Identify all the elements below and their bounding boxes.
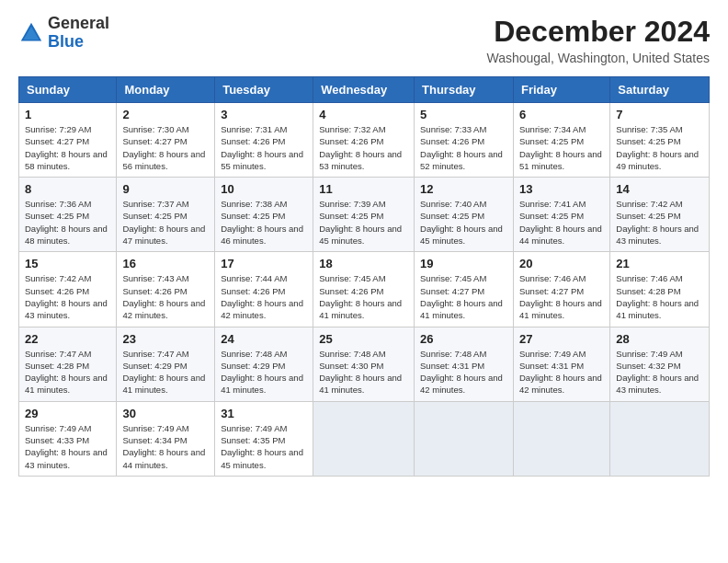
day-26: 26Sunrise: 7:48 AMSunset: 4:31 PMDayligh…	[415, 327, 514, 401]
calendar-week-2: 8Sunrise: 7:36 AMSunset: 4:25 PMDaylight…	[19, 178, 710, 252]
day-21: 21Sunrise: 7:46 AMSunset: 4:28 PMDayligh…	[610, 252, 710, 327]
day-20: 20Sunrise: 7:46 AMSunset: 4:27 PMDayligh…	[513, 252, 609, 327]
day-15: 15Sunrise: 7:42 AMSunset: 4:26 PMDayligh…	[19, 252, 117, 327]
col-monday: Monday	[117, 77, 215, 103]
logo-general: General	[48, 14, 109, 32]
calendar-header-row: Sunday Monday Tuesday Wednesday Thursday…	[19, 77, 710, 103]
empty-cell	[513, 401, 609, 476]
day-7: 7Sunrise: 7:35 AMSunset: 4:25 PMDaylight…	[610, 103, 710, 178]
col-thursday: Thursday	[415, 77, 514, 103]
day-5: 5Sunrise: 7:33 AMSunset: 4:26 PMDaylight…	[415, 103, 514, 178]
day-19: 19Sunrise: 7:45 AMSunset: 4:27 PMDayligh…	[415, 252, 514, 327]
title-block: December 2024 Washougal, Washington, Uni…	[486, 15, 710, 65]
header: General Blue December 2024 Washougal, Wa…	[18, 15, 710, 65]
month-title: December 2024	[486, 15, 710, 49]
empty-cell	[610, 401, 710, 476]
day-6: 6Sunrise: 7:34 AMSunset: 4:25 PMDaylight…	[513, 103, 609, 178]
calendar: Sunday Monday Tuesday Wednesday Thursday…	[18, 76, 710, 477]
day-17: 17Sunrise: 7:44 AMSunset: 4:26 PMDayligh…	[215, 252, 313, 327]
col-sunday: Sunday	[19, 77, 117, 103]
day-8: 8Sunrise: 7:36 AMSunset: 4:25 PMDaylight…	[19, 178, 117, 252]
day-22: 22Sunrise: 7:47 AMSunset: 4:28 PMDayligh…	[19, 327, 117, 401]
day-23: 23Sunrise: 7:47 AMSunset: 4:29 PMDayligh…	[117, 327, 215, 401]
location: Washougal, Washington, United States	[486, 51, 710, 65]
calendar-week-5: 29Sunrise: 7:49 AMSunset: 4:33 PMDayligh…	[19, 401, 710, 476]
day-12: 12Sunrise: 7:40 AMSunset: 4:25 PMDayligh…	[415, 178, 514, 252]
day-1: 1Sunrise: 7:29 AMSunset: 4:27 PMDaylight…	[19, 103, 117, 178]
empty-cell	[313, 401, 415, 476]
day-11: 11Sunrise: 7:39 AMSunset: 4:25 PMDayligh…	[313, 178, 415, 252]
day-13: 13Sunrise: 7:41 AMSunset: 4:25 PMDayligh…	[513, 178, 609, 252]
empty-cell	[415, 401, 514, 476]
calendar-week-4: 22Sunrise: 7:47 AMSunset: 4:28 PMDayligh…	[19, 327, 710, 401]
col-wednesday: Wednesday	[313, 77, 415, 103]
day-25: 25Sunrise: 7:48 AMSunset: 4:30 PMDayligh…	[313, 327, 415, 401]
col-friday: Friday	[513, 77, 609, 103]
day-27: 27Sunrise: 7:49 AMSunset: 4:31 PMDayligh…	[513, 327, 609, 401]
day-31: 31Sunrise: 7:49 AMSunset: 4:35 PMDayligh…	[215, 401, 313, 476]
day-4: 4Sunrise: 7:32 AMSunset: 4:26 PMDaylight…	[313, 103, 415, 178]
col-tuesday: Tuesday	[215, 77, 313, 103]
day-9: 9Sunrise: 7:37 AMSunset: 4:25 PMDaylight…	[117, 178, 215, 252]
logo: General Blue	[18, 15, 109, 52]
day-30: 30Sunrise: 7:49 AMSunset: 4:34 PMDayligh…	[117, 401, 215, 476]
logo-blue: Blue	[48, 32, 84, 51]
day-10: 10Sunrise: 7:38 AMSunset: 4:25 PMDayligh…	[215, 178, 313, 252]
day-3: 3Sunrise: 7:31 AMSunset: 4:26 PMDaylight…	[215, 103, 313, 178]
day-2: 2Sunrise: 7:30 AMSunset: 4:27 PMDaylight…	[117, 103, 215, 178]
day-24: 24Sunrise: 7:48 AMSunset: 4:29 PMDayligh…	[215, 327, 313, 401]
calendar-week-1: 1Sunrise: 7:29 AMSunset: 4:27 PMDaylight…	[19, 103, 710, 178]
page: General Blue December 2024 Washougal, Wa…	[0, 0, 728, 563]
calendar-week-3: 15Sunrise: 7:42 AMSunset: 4:26 PMDayligh…	[19, 252, 710, 327]
day-18: 18Sunrise: 7:45 AMSunset: 4:26 PMDayligh…	[313, 252, 415, 327]
day-29: 29Sunrise: 7:49 AMSunset: 4:33 PMDayligh…	[19, 401, 117, 476]
logo-icon	[18, 20, 44, 46]
day-28: 28Sunrise: 7:49 AMSunset: 4:32 PMDayligh…	[610, 327, 710, 401]
col-saturday: Saturday	[610, 77, 710, 103]
day-16: 16Sunrise: 7:43 AMSunset: 4:26 PMDayligh…	[117, 252, 215, 327]
day-14: 14Sunrise: 7:42 AMSunset: 4:25 PMDayligh…	[610, 178, 710, 252]
